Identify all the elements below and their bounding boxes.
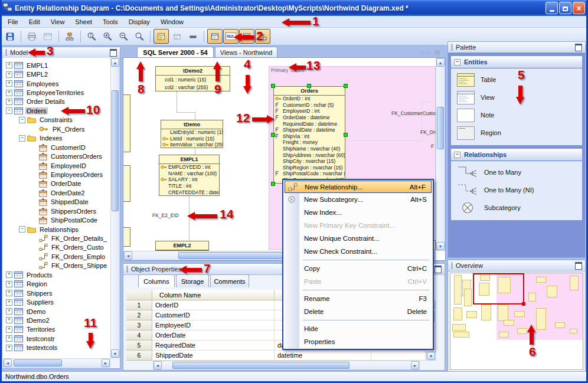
selection-handle[interactable]: [307, 84, 311, 88]
float-panel-icon[interactable]: [575, 44, 582, 51]
close-button[interactable]: ×: [573, 2, 585, 14]
tree-item-employeeterritories[interactable]: +EmployeeTerritories: [3, 88, 110, 97]
tree-item-orderdate2[interactable]: OrderDate2: [3, 188, 110, 197]
drag-grip-icon[interactable]: [5, 49, 7, 56]
tree-item-shippeddate[interactable]: ShippedDate: [3, 198, 110, 207]
canvas-vertical-scrollbar[interactable]: ▲▼: [436, 58, 445, 251]
tree-item-products[interactable]: +Products: [3, 270, 110, 279]
tree-expander-icon[interactable]: +: [6, 90, 12, 96]
scroll-left-icon[interactable]: ◄: [124, 251, 132, 260]
entity-tdemo[interactable]: tDemoListEntryId : numeric (15)ListId : …: [161, 120, 223, 148]
menu-item-new-unique-constraint[interactable]: New Unique Constraint...: [284, 232, 432, 245]
tree-item-empl2[interactable]: +EMPL2: [3, 70, 110, 78]
show-datatypes-icon[interactable]: [207, 29, 223, 44]
zoom-in-icon[interactable]: [100, 29, 115, 44]
tab-list-icon[interactable]: ▤: [435, 48, 440, 56]
tree-item-fk-orders-custo[interactable]: FK_Orders_Custo: [3, 243, 110, 252]
tree-vertical-scrollbar[interactable]: ▲▼: [110, 58, 120, 358]
column-name-cell[interactable]: OrderID: [152, 300, 275, 310]
tree-expander-icon[interactable]: −: [19, 226, 25, 233]
menu-item-new-relationship[interactable]: New Relationship...Alt+F: [285, 181, 432, 193]
column-name-cell[interactable]: RequiredDate: [152, 341, 275, 351]
tab-scroll-left-icon[interactable]: ◁: [420, 50, 424, 55]
zoom-out-icon[interactable]: [116, 29, 131, 44]
selection-handle[interactable]: [344, 84, 348, 88]
scroll-thumb[interactable]: [112, 90, 119, 211]
scroll-down-icon[interactable]: ▼: [427, 352, 435, 360]
column-name-cell[interactable]: CustomerID: [152, 310, 275, 320]
tab-comments[interactable]: Comments: [210, 274, 249, 287]
menu-file[interactable]: File: [2, 17, 24, 27]
tree-expander-icon[interactable]: +: [6, 326, 12, 333]
scroll-thumb[interactable]: [172, 362, 349, 369]
tree-item-empl1[interactable]: +EMPL1: [3, 61, 110, 70]
scroll-up-icon[interactable]: ▲: [111, 58, 119, 67]
menu-item-properties[interactable]: Properties: [284, 335, 432, 348]
menu-item-delete[interactable]: DeleteDelete: [284, 305, 432, 318]
view-keys-icon[interactable]: [169, 29, 185, 44]
save-icon[interactable]: [2, 29, 18, 44]
scroll-up-icon[interactable]: ▲: [436, 58, 445, 67]
selection-handle[interactable]: [271, 84, 275, 88]
tree-item-fk-order-details[interactable]: FK_Order_Details_: [3, 234, 110, 243]
tree-item-orderdate[interactable]: OrderDate: [3, 179, 110, 188]
tree-expander-icon[interactable]: +: [6, 317, 12, 323]
menu-item-paste[interactable]: PasteCtrl+V: [284, 275, 432, 288]
tree-expander-icon[interactable]: +: [6, 308, 12, 315]
tree-item-shippersorders[interactable]: ShippersOrders: [3, 207, 110, 215]
tree-expander-icon[interactable]: +: [6, 345, 12, 351]
tree-expander-icon[interactable]: +: [6, 299, 12, 306]
grid-horizontal-scrollbar[interactable]: ◄►: [153, 361, 420, 370]
tree-expander-icon[interactable]: +: [6, 281, 12, 287]
drag-grip-icon[interactable]: [126, 266, 128, 273]
scroll-left-icon[interactable]: ◄: [153, 361, 162, 369]
selection-handle[interactable]: [271, 133, 275, 137]
tree-item-fk-orders-shippe[interactable]: FK_Orders_Shippe: [3, 261, 110, 270]
zoom-100-icon[interactable]: 1: [84, 29, 99, 44]
palette-item-one-to-many-ni[interactable]: One to Many (NI): [451, 181, 582, 199]
selection-handle[interactable]: [271, 182, 275, 186]
scroll-down-icon[interactable]: ▼: [111, 349, 119, 358]
menu-tools[interactable]: Tools: [97, 17, 123, 27]
drag-grip-icon[interactable]: [451, 262, 453, 269]
palette-item-one-to-many[interactable]: One to Many: [451, 163, 582, 181]
tree-item-customersorders[interactable]: CustomersOrders: [3, 152, 110, 161]
menu-item-new-index[interactable]: New Index...: [284, 206, 432, 219]
tree-item-shippostalcode[interactable]: ShipPostalCode: [3, 215, 110, 224]
view-attributes-icon[interactable]: [153, 29, 169, 44]
tree-item-employeeid[interactable]: EmployeeID: [3, 161, 110, 170]
menu-item-new-subcategory[interactable]: New Subcategory...Alt+S: [284, 193, 432, 206]
menu-window[interactable]: Window: [155, 17, 189, 27]
palette-item-note[interactable]: Note: [451, 106, 582, 124]
scroll-thumb[interactable]: [14, 359, 62, 366]
float-panel-icon[interactable]: [575, 262, 582, 270]
tree-expander-icon[interactable]: +: [6, 271, 12, 278]
palette-section-header[interactable]: −Relationships: [451, 149, 582, 161]
scroll-right-icon[interactable]: ►: [102, 359, 110, 367]
entity-empl1[interactable]: EMPL1EMPLOYEEID : intNAME : varchar (100…: [159, 155, 220, 196]
tree-horizontal-scrollbar[interactable]: ◄►: [3, 358, 110, 368]
menu-display[interactable]: Display: [123, 17, 155, 27]
tab-storage[interactable]: Storage: [176, 274, 209, 287]
tree-expander-icon[interactable]: −: [19, 117, 25, 123]
entity-orders[interactable]: OrdersOrderID : intCustomerID : nchar (5…: [273, 86, 345, 184]
tree-expander-icon[interactable]: +: [6, 71, 12, 78]
tree-item-employeesorders[interactable]: EmployeesOrders: [3, 170, 110, 179]
menu-sheet[interactable]: Sheet: [70, 17, 97, 27]
view-compact-icon[interactable]: [185, 29, 201, 44]
tree-item-tdemo[interactable]: +tDemo: [3, 307, 110, 316]
float-panel-icon[interactable]: [110, 49, 117, 57]
tree-expander-icon[interactable]: +: [6, 80, 12, 87]
tree-item-employees[interactable]: +Employees: [3, 79, 110, 88]
menu-item-new-primary-key-constraint[interactable]: New Primary Key Constraint...: [284, 219, 432, 232]
scroll-thumb[interactable]: [437, 107, 444, 149]
tab-views-northwind[interactable]: Views - Northwind: [215, 47, 277, 57]
tree-expander-icon[interactable]: +: [6, 62, 12, 68]
minimap-viewport-handle[interactable]: [522, 302, 525, 306]
entity-empl2[interactable]: EMPL2: [155, 241, 209, 251]
minimize-button[interactable]: [545, 2, 558, 14]
tab-scroll-right-icon[interactable]: ▷: [427, 50, 432, 55]
float-panel-icon[interactable]: [435, 266, 442, 273]
palette-item-region[interactable]: Region: [451, 124, 582, 142]
tree-item-region[interactable]: +Region: [3, 280, 110, 289]
